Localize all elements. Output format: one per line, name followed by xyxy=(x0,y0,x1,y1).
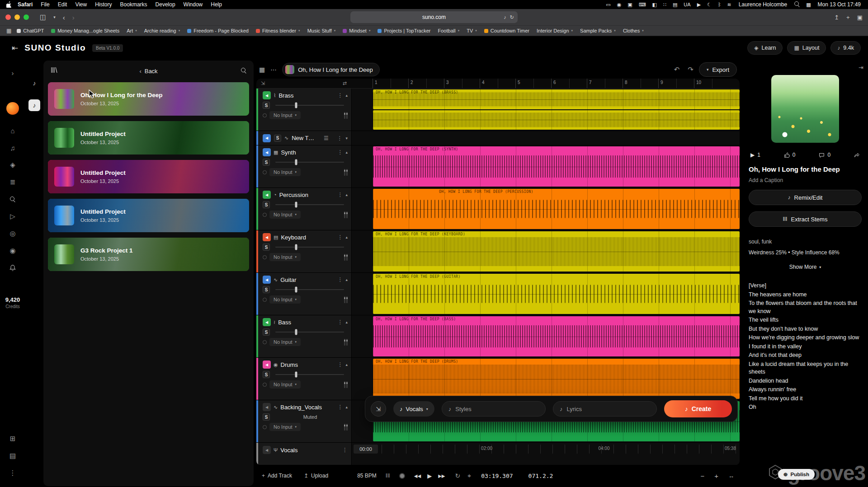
zoom-out-icon[interactable]: − xyxy=(700,472,704,480)
collapse-panel-icon[interactable]: ⇥ xyxy=(859,64,863,71)
track-name[interactable]: Backing_Vocals xyxy=(280,404,322,411)
style-tags[interactable]: soul, funk xyxy=(749,239,862,245)
menu-file[interactable]: File xyxy=(37,1,53,8)
record-arm-icon[interactable] xyxy=(263,340,267,344)
play-button[interactable]: ▶ xyxy=(427,473,432,479)
project-card[interactable]: G3 Rock Project 1October 13, 2025 xyxy=(48,238,249,271)
track-name[interactable]: Keyboard xyxy=(281,234,306,241)
volume-slider-thumb[interactable] xyxy=(295,202,297,208)
record-arm-icon[interactable] xyxy=(263,170,267,174)
like-count[interactable]: 0 xyxy=(784,152,796,158)
bookmark-item[interactable]: Music Stuff▾ xyxy=(304,28,340,33)
shortcuts-icon[interactable]: ∷ xyxy=(660,2,670,7)
volume-slider-thumb[interactable] xyxy=(295,244,297,250)
apple-menu-icon[interactable] xyxy=(6,1,12,8)
avatar[interactable] xyxy=(6,102,19,115)
record-button[interactable] xyxy=(399,473,405,479)
track-collapse-icon[interactable]: ▴ xyxy=(345,150,348,155)
bookmark-item[interactable]: Interior Design▾ xyxy=(533,28,576,33)
menu-develop[interactable]: Develop xyxy=(151,1,179,8)
input-select-dropdown[interactable]: No Input▾ xyxy=(269,380,301,389)
project-search-icon[interactable] xyxy=(241,67,246,75)
solo-button[interactable]: S xyxy=(263,159,270,166)
bookmark-item[interactable]: Countdown Timer xyxy=(481,28,533,33)
speaker-icon[interactable]: ◀ xyxy=(263,361,271,369)
audio-clip[interactable]: OH, HOW I LONG FOR THE DEEP (SYNTH) xyxy=(373,146,740,187)
camera-icon[interactable]: ◉ xyxy=(614,2,625,7)
ruler-bar-1[interactable]: 1 xyxy=(373,79,408,88)
music-feed-icon[interactable]: ♫ xyxy=(5,139,20,156)
track-name[interactable]: Drums xyxy=(281,361,298,368)
upload-button[interactable]: ↥ Upload xyxy=(304,473,328,479)
mini-timeline-ruler[interactable]: 02:0004:0005:38 xyxy=(382,445,737,454)
track-collapse-icon[interactable]: ▴ xyxy=(345,192,348,197)
menu-bookmarks[interactable]: Bookmarks xyxy=(116,1,151,8)
track-collapse-icon[interactable]: ▴ xyxy=(345,362,348,367)
input-select-dropdown[interactable]: No Input▾ xyxy=(269,168,301,176)
address-bar[interactable]: suno.com ♪ ↻ xyxy=(350,11,518,23)
menu-view[interactable]: View xyxy=(71,1,91,8)
speaker-icon[interactable]: ◀ xyxy=(263,91,271,99)
audio-clip[interactable]: OH, HOW I LONG FOR THE DEEP (BASS) xyxy=(373,316,740,356)
fast-forward-button[interactable]: ▶▶ xyxy=(438,473,445,478)
audio-clip[interactable]: OH, HOW I LONG FOR THE DEEP (GUITAR) xyxy=(373,274,740,314)
menubar-user-name[interactable]: Laurence Holcombe xyxy=(735,1,791,8)
record-arm-icon[interactable] xyxy=(263,298,267,302)
bookmarks-grid-icon[interactable]: ▦ xyxy=(5,28,13,34)
track-name[interactable]: Guitar xyxy=(280,276,296,283)
sidebar-expand-icon[interactable]: › xyxy=(5,64,20,81)
songs-tab-icon[interactable]: ♪ xyxy=(33,80,36,87)
speaker-icon[interactable]: ◀ xyxy=(263,318,271,326)
ruler-bar-9[interactable]: 9 xyxy=(658,79,694,88)
record-arm-icon[interactable] xyxy=(263,213,267,217)
speaker-icon[interactable]: ◀ xyxy=(263,148,271,156)
daw-more-icon[interactable]: ⋯ xyxy=(270,66,277,73)
ruler-bar-4[interactable]: 4 xyxy=(480,79,515,88)
radio-icon[interactable]: ◉ xyxy=(5,242,20,259)
solo-button[interactable]: S xyxy=(263,286,270,293)
sidebar-chevron-icon[interactable]: ▾ xyxy=(50,15,59,19)
new-tab-icon[interactable]: + xyxy=(846,14,850,21)
track-menu-icon[interactable]: ⋮ xyxy=(337,234,343,240)
forward-button[interactable]: › xyxy=(69,14,78,21)
export-button[interactable]: ▾ Export xyxy=(699,62,737,77)
track-menu-icon[interactable]: ⋮ xyxy=(337,92,343,98)
comment-count[interactable]: 0 xyxy=(819,152,830,158)
timeline-ruler[interactable]: 12345678910 xyxy=(351,79,740,88)
project-card[interactable]: Untitled ProjectOctober 13, 2025 xyxy=(48,160,249,193)
reorder-tracks-icon[interactable]: ⇄ xyxy=(343,80,347,86)
track-menu-icon[interactable]: ⋮ xyxy=(337,149,343,155)
ruler-bar-10[interactable]: 10 xyxy=(694,79,730,88)
now-playing-icon[interactable]: ▶ xyxy=(694,2,704,7)
gift-icon[interactable]: ⊞ xyxy=(5,430,20,447)
input-select-dropdown[interactable]: No Input▾ xyxy=(269,253,301,261)
speaker-icon[interactable]: ◀ xyxy=(263,233,271,241)
share-song-button[interactable] xyxy=(854,152,860,158)
ruler-bar-8[interactable]: 8 xyxy=(623,79,658,88)
record-arm-icon[interactable] xyxy=(263,425,267,429)
track-menu-icon[interactable]: ⋮ xyxy=(337,319,343,325)
create-button[interactable]: ♪ Create xyxy=(664,400,732,417)
zoom-fit-icon[interactable]: ↔ xyxy=(728,473,734,479)
solo-button[interactable]: S xyxy=(263,244,270,251)
track-name[interactable]: Synth xyxy=(281,149,296,156)
track-menu-icon[interactable]: ⋮ xyxy=(337,361,343,368)
stage-manager-icon[interactable]: ◧ xyxy=(649,2,660,7)
tab-audio-icon[interactable]: ♪ xyxy=(504,14,506,20)
credits-button[interactable]: ♪9.4k xyxy=(830,41,861,55)
bookmark-item[interactable]: Fitness blender▾ xyxy=(252,28,304,33)
menu-edit[interactable]: Edit xyxy=(54,1,71,8)
track-name[interactable]: Brass xyxy=(278,92,293,99)
track-menu-icon[interactable]: ⋮ xyxy=(337,404,343,410)
ruler-bar-2[interactable]: 2 xyxy=(408,79,444,88)
redo-icon[interactable]: ↷ xyxy=(688,66,693,74)
bluetooth-icon[interactable]: ᛒ xyxy=(715,2,724,7)
track-name[interactable]: Bass xyxy=(278,319,291,326)
bookmark-item[interactable]: ChatGPT xyxy=(13,28,47,33)
close-window-button[interactable] xyxy=(5,14,11,20)
projects-tab-icon[interactable]: ♪ xyxy=(28,99,40,111)
control-center-icon[interactable]: ▩ xyxy=(803,2,814,8)
track-collapse-icon[interactable]: ▴ xyxy=(345,235,348,239)
project-card[interactable]: Untitled ProjectOctober 13, 2025 xyxy=(48,121,249,155)
bookmark-item[interactable]: Art▾ xyxy=(123,28,141,33)
